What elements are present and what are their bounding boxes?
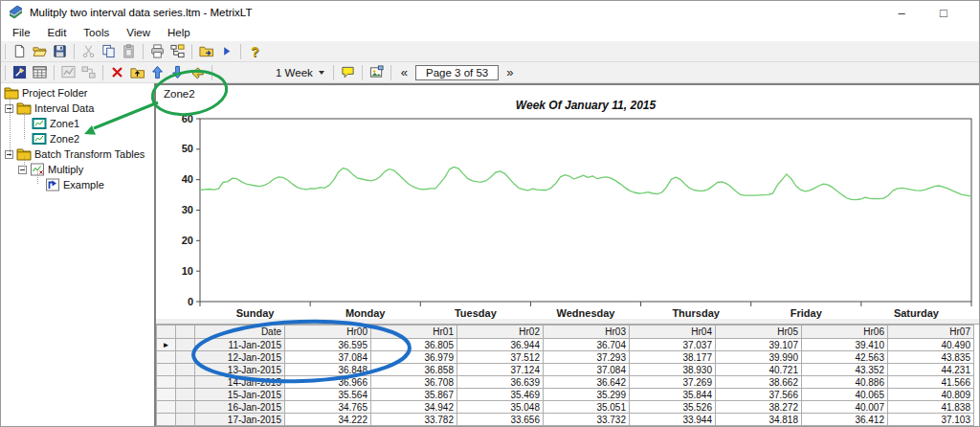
value-cell[interactable]: 38.177: [630, 351, 716, 364]
value-cell[interactable]: 35.526: [630, 401, 716, 414]
value-cell[interactable]: 33.656: [457, 414, 544, 426]
empty-cell[interactable]: [176, 426, 195, 427]
column-header-hr00[interactable]: Hr00: [285, 326, 371, 339]
empty-cell[interactable]: [802, 426, 888, 427]
value-cell[interactable]: 40.809: [888, 389, 974, 401]
value-cell[interactable]: 35.867: [371, 389, 457, 401]
empty-cell[interactable]: [716, 426, 802, 427]
move-down-button[interactable]: [167, 63, 188, 81]
date-cell[interactable]: 13-Jan-2015: [195, 364, 285, 376]
delete-button[interactable]: [107, 63, 127, 81]
value-cell[interactable]: 38.272: [716, 401, 802, 414]
column-header-hr05[interactable]: Hr05: [716, 326, 802, 339]
value-cell[interactable]: 40.490: [888, 339, 974, 351]
empty-cell[interactable]: [285, 426, 371, 427]
value-cell[interactable]: 42.563: [802, 351, 888, 364]
date-cell[interactable]: 11-Jan-2015: [195, 339, 285, 351]
date-cell[interactable]: 17-Jan-2015: [195, 414, 285, 426]
value-cell[interactable]: 36.966: [285, 376, 371, 389]
minimize-button[interactable]: –: [887, 3, 916, 22]
value-cell[interactable]: 36.704: [544, 339, 630, 351]
tree-item-project-folder[interactable]: Project Folder: [1, 85, 154, 101]
row-header-spacer[interactable]: [176, 376, 195, 389]
date-cell[interactable]: 16-Jan-2015: [195, 401, 285, 414]
page-indicator[interactable]: Page 3 of 53: [415, 65, 499, 80]
value-cell[interactable]: 38.662: [716, 376, 802, 389]
menu-help[interactable]: Help: [159, 26, 199, 40]
empty-cell[interactable]: [195, 426, 285, 427]
value-cell[interactable]: 36.595: [285, 339, 371, 351]
comment-button[interactable]: [338, 63, 358, 81]
value-cell[interactable]: 37.124: [457, 364, 544, 376]
open-button[interactable]: [30, 42, 50, 60]
row-header-spacer[interactable]: [176, 414, 195, 426]
value-cell[interactable]: 35.051: [544, 401, 630, 414]
value-cell[interactable]: 39.410: [802, 339, 888, 351]
empty-cell[interactable]: [544, 426, 630, 427]
value-cell[interactable]: 35.469: [457, 389, 544, 401]
value-cell[interactable]: 40.065: [802, 389, 888, 401]
data-table-button[interactable]: [30, 63, 50, 81]
column-header-hr07[interactable]: Hr07: [888, 326, 974, 339]
value-cell[interactable]: 36.642: [544, 376, 630, 389]
value-cell[interactable]: 36.848: [285, 364, 371, 376]
date-cell[interactable]: 15-Jan-2015: [195, 389, 285, 401]
value-cell[interactable]: 40.007: [802, 401, 888, 414]
value-cell[interactable]: 41.566: [888, 376, 974, 389]
value-cell[interactable]: 34.818: [716, 414, 802, 426]
value-cell[interactable]: 37.103: [888, 414, 974, 426]
value-cell[interactable]: 34.222: [285, 414, 371, 426]
prev-page-button[interactable]: «: [395, 65, 413, 79]
value-cell[interactable]: 37.566: [716, 389, 802, 401]
value-cell[interactable]: 43.352: [802, 364, 888, 376]
range-dropdown[interactable]: 1 Week: [271, 66, 329, 79]
value-cell[interactable]: 44.231: [888, 364, 974, 376]
move-up-button[interactable]: [147, 63, 167, 81]
value-cell[interactable]: 37.084: [285, 351, 371, 364]
row-indicator-cell[interactable]: [157, 414, 176, 426]
next-page-button[interactable]: »: [501, 65, 519, 79]
column-header-date[interactable]: Date: [195, 326, 285, 339]
value-cell[interactable]: 37.269: [630, 376, 716, 389]
value-cell[interactable]: 33.944: [630, 414, 716, 426]
maximize-button[interactable]: □: [929, 3, 958, 22]
value-cell[interactable]: 33.782: [371, 414, 457, 426]
corner-header[interactable]: [157, 326, 176, 339]
empty-cell[interactable]: [457, 426, 544, 427]
value-cell[interactable]: 38.930: [630, 364, 716, 376]
column-header-hr01[interactable]: Hr01: [371, 326, 457, 339]
run-button[interactable]: [216, 42, 236, 60]
row-header-spacer[interactable]: [176, 364, 195, 376]
value-cell[interactable]: 35.299: [544, 389, 630, 401]
row-header-spacer[interactable]: [176, 351, 195, 364]
value-cell[interactable]: 43.835: [888, 351, 974, 364]
goto-button[interactable]: [188, 63, 208, 81]
value-cell[interactable]: 40.886: [802, 376, 888, 389]
print-button[interactable]: [147, 42, 167, 60]
row-header-spacer[interactable]: [176, 389, 195, 401]
value-cell[interactable]: 35.564: [285, 389, 371, 401]
value-cell[interactable]: 36.979: [371, 351, 457, 364]
menu-file[interactable]: File: [4, 26, 39, 40]
row-indicator-cell[interactable]: [157, 389, 176, 401]
new-button[interactable]: [10, 42, 30, 60]
value-cell[interactable]: 37.293: [544, 351, 630, 364]
row-indicator-cell[interactable]: [157, 351, 176, 364]
date-cell[interactable]: 14-Jan-2015: [195, 376, 285, 389]
value-cell[interactable]: 34.942: [371, 401, 457, 414]
value-cell[interactable]: 35.048: [457, 401, 544, 414]
value-cell[interactable]: 39.107: [716, 339, 802, 351]
date-cell[interactable]: 12-Jan-2015: [195, 351, 285, 364]
help-button[interactable]: ?: [245, 42, 265, 60]
empty-cell[interactable]: [888, 426, 974, 427]
menu-edit[interactable]: Edit: [39, 26, 76, 40]
value-cell[interactable]: 39.990: [716, 351, 802, 364]
value-cell[interactable]: 36.412: [802, 414, 888, 426]
row-indicator-cell[interactable]: [157, 376, 176, 389]
empty-cell[interactable]: [630, 426, 716, 427]
copy-button[interactable]: [99, 42, 119, 60]
value-cell[interactable]: 37.084: [544, 364, 630, 376]
save-button[interactable]: [50, 42, 70, 60]
menu-view[interactable]: View: [118, 26, 159, 40]
value-cell[interactable]: 36.805: [371, 339, 457, 351]
